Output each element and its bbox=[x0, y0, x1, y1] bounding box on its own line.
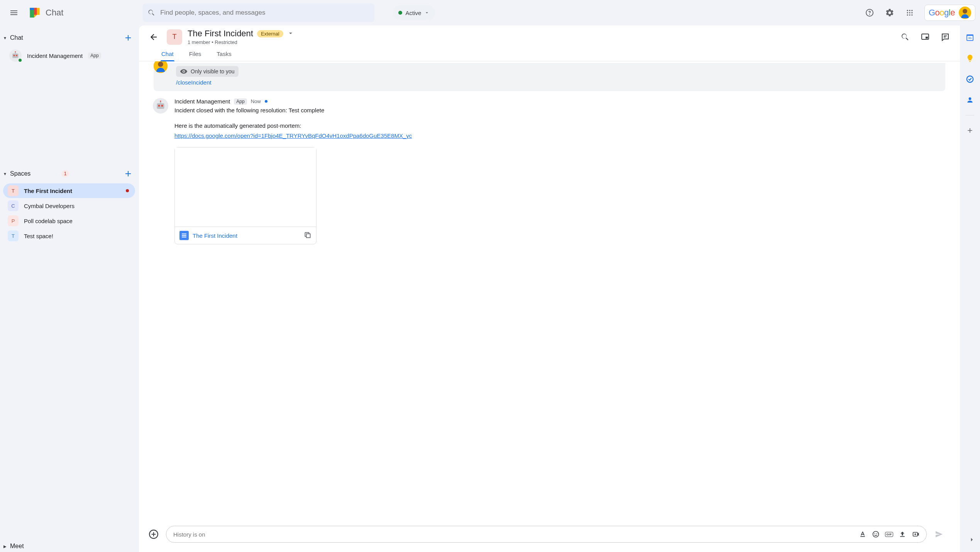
message-text: Here is the automatically generated post… bbox=[174, 122, 946, 130]
person-icon bbox=[966, 96, 974, 104]
upload-button[interactable] bbox=[899, 530, 906, 538]
space-label: Cymbal Developers bbox=[24, 203, 74, 209]
message-time: Now bbox=[251, 98, 261, 104]
upload-icon bbox=[899, 530, 906, 538]
plus-icon bbox=[124, 169, 133, 178]
google-account[interactable]: Google bbox=[924, 5, 975, 21]
add-attachment-button[interactable] bbox=[147, 527, 161, 541]
google-docs-icon bbox=[179, 231, 189, 240]
copy-icon bbox=[304, 231, 311, 239]
collapse-icon: ▼ bbox=[2, 36, 8, 40]
tab-tasks[interactable]: Tasks bbox=[216, 47, 232, 61]
gif-button[interactable]: GIF bbox=[885, 530, 893, 538]
svg-point-1 bbox=[909, 10, 910, 11]
svg-text:31: 31 bbox=[968, 36, 972, 40]
external-badge: External bbox=[257, 30, 283, 37]
rail-keep[interactable] bbox=[963, 51, 977, 66]
space-title: The First Incident bbox=[188, 29, 253, 39]
space-item[interactable]: C Cymbal Developers bbox=[3, 198, 135, 213]
tasks-icon bbox=[966, 75, 974, 83]
rail-separator bbox=[966, 115, 974, 115]
plus-icon bbox=[966, 127, 974, 134]
space-avatar: T bbox=[167, 29, 182, 45]
space-item[interactable]: T The First Incident bbox=[3, 183, 135, 198]
space-menu-button[interactable] bbox=[287, 30, 294, 38]
send-button[interactable] bbox=[932, 527, 946, 541]
tab-files[interactable]: Files bbox=[188, 47, 202, 61]
chat-section-header[interactable]: ▼ Chat bbox=[0, 29, 138, 47]
svg-point-34 bbox=[969, 97, 972, 100]
search-box[interactable] bbox=[143, 3, 374, 22]
svg-point-6 bbox=[907, 14, 908, 15]
bot-avatar-icon bbox=[153, 98, 168, 113]
emoji-icon bbox=[872, 530, 880, 538]
new-indicator-icon bbox=[265, 100, 267, 103]
search-in-space-button[interactable] bbox=[897, 29, 913, 45]
emoji-button[interactable] bbox=[872, 530, 880, 538]
calendar-icon: 31 bbox=[965, 33, 975, 42]
space-item[interactable]: P Poll codelab space bbox=[3, 213, 135, 228]
rail-calendar[interactable]: 31 bbox=[963, 30, 977, 45]
chat-section-title: Chat bbox=[10, 34, 119, 41]
svg-point-8 bbox=[911, 14, 912, 15]
svg-point-12 bbox=[14, 55, 15, 56]
present-button[interactable] bbox=[917, 29, 933, 45]
svg-point-7 bbox=[909, 14, 910, 15]
space-label: The First Incident bbox=[24, 188, 72, 194]
rail-tasks[interactable] bbox=[963, 72, 977, 86]
chevron-down-icon bbox=[424, 10, 430, 15]
new-space-button[interactable] bbox=[121, 167, 135, 181]
message-link[interactable]: https://docs.google.com/open?id=1Fbjo4E_… bbox=[174, 132, 946, 140]
svg-point-4 bbox=[909, 12, 910, 13]
product-logo[interactable]: Chat bbox=[26, 6, 63, 20]
rail-add[interactable] bbox=[963, 123, 977, 138]
space-item[interactable]: T Test space! bbox=[3, 229, 135, 243]
status-label: Active bbox=[405, 10, 421, 16]
copy-button[interactable] bbox=[304, 231, 311, 240]
help-button[interactable] bbox=[861, 4, 878, 21]
toggle-thread-button[interactable] bbox=[938, 29, 953, 45]
meet-section-header[interactable]: ▶ Meet bbox=[0, 540, 138, 552]
space-initial-icon: T bbox=[8, 230, 19, 241]
tab-chat[interactable]: Chat bbox=[161, 47, 174, 61]
send-icon bbox=[934, 530, 944, 539]
message: Incident Management App Now Incident clo… bbox=[153, 98, 946, 244]
svg-point-28 bbox=[877, 533, 877, 534]
message-composer[interactable]: GIF bbox=[166, 526, 927, 543]
space-initial-icon: P bbox=[8, 215, 19, 226]
rail-contacts[interactable] bbox=[963, 93, 977, 107]
new-chat-button[interactable] bbox=[121, 31, 135, 45]
video-button[interactable] bbox=[912, 530, 920, 538]
gif-icon: GIF bbox=[885, 532, 893, 537]
expand-icon: ▶ bbox=[2, 544, 8, 549]
format-button[interactable] bbox=[859, 530, 867, 538]
back-button[interactable] bbox=[146, 29, 161, 45]
search-input[interactable] bbox=[160, 9, 370, 17]
svg-point-0 bbox=[907, 10, 908, 11]
product-name: Chat bbox=[46, 8, 63, 18]
settings-button[interactable] bbox=[881, 4, 898, 21]
gear-icon bbox=[885, 8, 894, 17]
doc-title: The First Incident bbox=[193, 232, 300, 239]
svg-rect-20 bbox=[157, 103, 164, 109]
spaces-section-header[interactable]: ▼ Spaces 1 bbox=[0, 164, 138, 183]
doc-attachment[interactable]: The First Incident bbox=[174, 147, 317, 244]
composer-input[interactable] bbox=[173, 531, 859, 538]
visibility-pill: Only visible to you bbox=[176, 66, 239, 77]
top-bar: Chat Active Google bbox=[0, 0, 980, 25]
svg-point-5 bbox=[911, 12, 912, 13]
chat-item-incident-management[interactable]: Incident Management App bbox=[3, 47, 135, 64]
svg-point-27 bbox=[875, 533, 875, 534]
app-chip: App bbox=[234, 98, 247, 105]
status-pill[interactable]: Active bbox=[393, 5, 435, 20]
user-avatar[interactable] bbox=[959, 7, 971, 19]
status-dot-icon bbox=[398, 11, 402, 15]
chevron-down-icon bbox=[287, 30, 294, 37]
svg-point-15 bbox=[15, 51, 16, 52]
apps-button[interactable] bbox=[901, 4, 918, 21]
main-menu-button[interactable] bbox=[5, 3, 23, 22]
space-label: Test space! bbox=[24, 233, 53, 239]
doc-preview bbox=[175, 147, 316, 227]
collapse-rail-button[interactable] bbox=[968, 536, 975, 544]
tabs: Chat Files Tasks bbox=[139, 45, 960, 61]
